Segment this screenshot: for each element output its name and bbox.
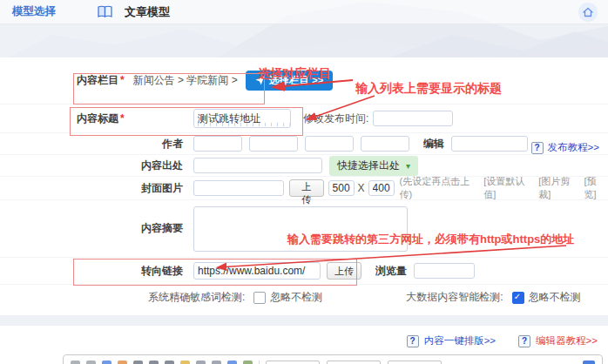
book-icon	[98, 5, 112, 18]
column-row: 内容栏目* 新闻公告 > 学院新闻 > 选择栏目 >>	[0, 57, 608, 104]
cover-label: 封面图片	[0, 181, 183, 196]
image-icon[interactable]	[243, 361, 253, 364]
content-form-panel: ? 发布教程>> 内容栏目* 新闻公告 > 学院新闻 > 选择栏目 >> 内容标…	[0, 57, 608, 315]
redirect-input[interactable]	[193, 262, 321, 280]
required-mark: *	[120, 112, 125, 125]
quick-select-source[interactable]: 快捷选择出处 ▾	[329, 156, 418, 176]
modify-time-label: 修改发布时间:	[303, 111, 368, 126]
undo-icon[interactable]	[71, 361, 80, 364]
title-label-text: 内容标题	[77, 112, 118, 125]
views-input[interactable]	[414, 263, 475, 279]
required-mark: *	[120, 74, 125, 86]
column-label: 内容栏目*	[77, 73, 125, 88]
sensitive-ignore-checkbox[interactable]	[253, 292, 266, 304]
select-column-button[interactable]: 选择栏目 >>	[246, 71, 334, 91]
editor-toolbar-selects	[266, 361, 442, 364]
source-label: 内容出处	[0, 158, 183, 173]
author-input-2[interactable]	[249, 136, 298, 152]
title-label: 内容标题*	[77, 111, 193, 126]
redirect-row: 转向链接 上传 浏览量	[0, 258, 608, 285]
toolbar-divider	[259, 361, 260, 364]
views-label: 浏览量	[375, 264, 407, 279]
page: 模型选择 文章模型 ? 发布教程>> 内容栏目* 新闻公告 > 学院新闻 >	[0, 0, 608, 364]
nav-model-select[interactable]: 模型选择	[12, 4, 56, 19]
detect-row: 系统精确敏感词检测: 忽略不检测 大数据内容智能检测: 忽略不检测	[0, 285, 608, 310]
cover-hint: (先设定再点击上传)	[400, 175, 482, 201]
crop-image-link[interactable]: [图片剪裁]	[538, 175, 581, 201]
title-input[interactable]	[193, 109, 291, 128]
editor-panel: ? 内容一键排版>> ? 编辑器教程>>	[0, 326, 608, 364]
cover-upload-button[interactable]: 上传	[289, 179, 324, 197]
modify-time-input[interactable]	[373, 111, 453, 126]
bigdata-ignore-checkbox[interactable]	[512, 292, 524, 304]
column-label-text: 内容栏目	[77, 74, 118, 86]
link-icon[interactable]	[227, 361, 237, 364]
home-icon[interactable]	[578, 3, 598, 22]
help-icon: ?	[407, 335, 419, 347]
breadcrumb: 新闻公告 > 学院新闻 >	[133, 73, 238, 88]
summary-textarea[interactable]	[193, 206, 408, 252]
cover-input[interactable]	[193, 180, 284, 196]
source-row: 内容出处 快捷选择出处 ▾	[0, 155, 608, 177]
author-input-3[interactable]	[305, 136, 354, 152]
one-key-format-link[interactable]: 内容一键排版>>	[424, 334, 496, 347]
highlight-icon[interactable]	[180, 361, 190, 364]
send-icon	[255, 76, 265, 85]
author-input-4[interactable]	[361, 136, 409, 152]
footer-links: ? 内容一键排版>> ? 编辑器教程>>	[0, 326, 608, 353]
list-icon[interactable]	[212, 361, 221, 364]
toolbar-select-3[interactable]	[388, 361, 442, 364]
title-row: 内容标题* 修改发布时间:	[0, 104, 608, 133]
format-brush-icon[interactable]	[102, 361, 111, 364]
sensitive-ignore-label: 忽略不检测	[270, 290, 322, 305]
summary-row: 内容摘要	[0, 200, 608, 258]
font-color-icon[interactable]	[118, 361, 127, 364]
publish-tutorial-link[interactable]: 发布教程>>	[548, 141, 599, 154]
toolbar-select-1[interactable]	[266, 361, 320, 364]
author-input-1[interactable]	[193, 136, 242, 152]
select-column-label: 选择栏目 >>	[269, 74, 324, 87]
cover-row: 封面图片 上传 X (先设定再点击上传) [设置默认值] [图片剪裁] [预览]	[0, 177, 608, 200]
chevron-down-icon: ▾	[406, 161, 410, 171]
redirect-upload-button[interactable]: 上传	[327, 262, 361, 280]
redo-icon[interactable]	[86, 361, 96, 364]
publish-tutorial[interactable]: ? 发布教程>>	[531, 141, 599, 154]
summary-label: 内容摘要	[0, 221, 183, 236]
panel-bottom-padding	[0, 310, 608, 315]
bigdata-detect-label: 大数据内容智能检测:	[406, 290, 503, 305]
author-label: 作者	[0, 137, 183, 152]
editor-tutorial-link[interactable]: 编辑器教程>>	[536, 334, 598, 347]
editor-toolbar-icons	[71, 361, 253, 364]
redirect-label: 转向链接	[0, 264, 183, 279]
help-icon: ?	[518, 335, 530, 347]
align-icon[interactable]	[196, 361, 206, 364]
cover-width-input[interactable]	[328, 180, 355, 196]
quick-select-label: 快捷选择出处	[337, 158, 400, 173]
cover-height-input[interactable]	[368, 180, 395, 196]
set-default-link[interactable]: [设置默认值]	[483, 175, 536, 201]
bigdata-ignore-label: 忽略不检测	[529, 290, 581, 305]
help-icon: ?	[531, 142, 544, 154]
top-header: 模型选择 文章模型	[0, 0, 608, 24]
editor-label: 编辑	[423, 137, 444, 152]
editor-toolbar	[63, 354, 603, 364]
fullscreen-icon[interactable]	[583, 361, 595, 364]
sensitive-detect-label: 系统精确敏感词检测:	[148, 290, 245, 305]
bold-icon[interactable]	[133, 361, 143, 364]
underline-icon[interactable]	[165, 361, 174, 364]
dimension-separator: X	[358, 182, 365, 194]
page-title: 文章模型	[125, 4, 170, 20]
italic-icon[interactable]	[149, 361, 159, 364]
source-input[interactable]	[193, 158, 322, 173]
preview-link[interactable]: [预览]	[584, 175, 608, 201]
author-row: 作者 编辑	[0, 133, 608, 155]
editor-input[interactable]	[451, 136, 528, 152]
toolbar-select-2[interactable]	[327, 361, 381, 364]
